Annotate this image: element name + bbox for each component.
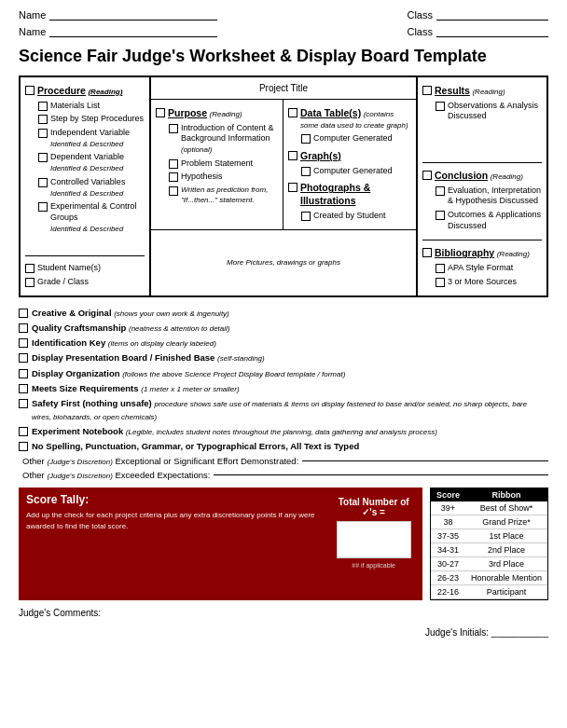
score-tally: Score Tally: Add up the check for each p… — [19, 488, 422, 600]
data-tables-checkbox[interactable] — [288, 108, 297, 117]
other-field-2: Other (Judge's Discretion) Exceeded Expe… — [19, 470, 548, 480]
judge-comments-label: Judge's Comments: — [19, 608, 101, 618]
outcomes-item: Outcomes & Applications Discussed — [422, 210, 542, 231]
bibliography-section: Bibliography (Reading) APA Style Format … — [422, 240, 542, 290]
grade-class-checkbox[interactable] — [25, 278, 35, 287]
safety-first-checkbox[interactable] — [19, 399, 28, 408]
judge-initials-section: Judge's Initials: ___________ — [19, 627, 548, 638]
materials-checkbox[interactable] — [38, 102, 48, 111]
results-section: Results (Reading) Observations & Analysi… — [422, 82, 542, 157]
total-input-box[interactable] — [337, 521, 411, 558]
class-label-2: Class — [407, 26, 433, 37]
dependent-variable-checkbox[interactable] — [38, 153, 48, 162]
score-cell: 22-16 — [431, 585, 465, 599]
evaluation-item: Evaluation, Interpretation & Hypothesis … — [422, 185, 542, 207]
intro-content-checkbox[interactable] — [169, 124, 178, 133]
mid-top-grid: Purpose (Reading) Introduction of Conten… — [151, 100, 416, 230]
controlled-variables-checkbox[interactable] — [38, 178, 48, 187]
creative-checkbox[interactable] — [19, 309, 28, 318]
data-computer-checkbox[interactable] — [301, 134, 311, 144]
project-title-row: Project Title — [151, 77, 416, 100]
photos-checkbox[interactable] — [288, 183, 297, 192]
table-row: 37-351st Place — [431, 529, 547, 543]
score-cell: 26-23 — [431, 571, 465, 585]
outcomes-checkbox[interactable] — [436, 211, 445, 220]
class-underline-1 — [436, 20, 548, 21]
student-names-checkbox[interactable] — [25, 264, 35, 273]
total-box: Total Number of ✓'s = ## if applicable — [332, 493, 415, 572]
header-line-2: Name Class — [19, 26, 548, 37]
creative-item: Creative & Original (shows your own work… — [19, 307, 548, 319]
procedures-section: Procedure (Reading) Materials List Step … — [25, 82, 145, 252]
step-by-step-checkbox[interactable] — [38, 115, 48, 124]
score-tally-description: Add up the check for each project criter… — [26, 510, 332, 530]
safety-first-item: Safety First (nothing unsafe) procedure … — [19, 397, 548, 422]
graphs-computer-checkbox[interactable] — [301, 167, 311, 176]
bibliography-checkbox[interactable] — [422, 248, 432, 257]
size-requirements-checkbox[interactable] — [19, 384, 28, 393]
purpose-checkbox[interactable] — [156, 108, 165, 117]
left-footer: Student Name(s) Grade / Class — [25, 255, 145, 290]
table-row: 39+Best of Show* — [431, 501, 547, 515]
procedure-heading-item: Procedure (Reading) — [25, 85, 145, 98]
display-board-checkbox[interactable] — [19, 353, 28, 363]
table-row: 34-312nd Place — [431, 543, 547, 557]
graphs-heading: Graph(s) — [288, 150, 411, 163]
experiment-notebook-checkbox[interactable] — [19, 427, 28, 436]
problem-statement-checkbox[interactable] — [169, 159, 178, 169]
independent-variable-checkbox[interactable] — [38, 129, 48, 138]
purpose-section: Purpose (Reading) Introduction of Conten… — [151, 100, 284, 229]
controlled-variables-item: Controlled VariablesIdentified & Describ… — [25, 177, 145, 199]
ribbon-cell: 2nd Place — [465, 543, 547, 557]
independent-variable-item: Independent VariableIdentified & Describ… — [25, 128, 145, 149]
judge-initials-label: Judge's Initials: ___________ — [425, 627, 548, 638]
identification-key-checkbox[interactable] — [19, 338, 28, 348]
col-right: Results (Reading) Observations & Analysi… — [416, 77, 546, 295]
score-cell: 37-35 — [431, 529, 465, 543]
photos-student-checkbox[interactable] — [301, 212, 311, 221]
page-title: Science Fair Judge's Worksheet & Display… — [19, 47, 548, 66]
total-label: Total Number of ✓'s = — [336, 497, 411, 517]
board-grid: Procedure (Reading) Materials List Step … — [19, 76, 548, 297]
three-sources-checkbox[interactable] — [436, 278, 445, 287]
craftsmanship-item: Quality Craftsmanship (neatness & attent… — [19, 322, 548, 334]
ribbon-col-header: Ribbon — [465, 488, 547, 501]
graphs-checkbox[interactable] — [288, 151, 297, 160]
observations-checkbox[interactable] — [436, 102, 445, 111]
no-spelling-checkbox[interactable] — [19, 442, 28, 451]
materials-list-item: Materials List — [25, 101, 145, 112]
hypothesis-sub-checkbox[interactable] — [169, 186, 178, 196]
name-label-1: Name — [19, 9, 46, 21]
craftsmanship-checkbox[interactable] — [19, 323, 28, 333]
conclusion-checkbox[interactable] — [422, 171, 432, 180]
data-computer-generated-item: Computer Generated — [288, 133, 411, 144]
display-org-checkbox[interactable] — [19, 369, 28, 378]
photos-heading: Photographs & Illustrations — [288, 182, 411, 207]
ribbon-cell: Grand Prize* — [465, 515, 547, 529]
ribbon-cell: 3rd Place — [465, 557, 547, 571]
score-col-header: Score — [431, 488, 465, 501]
evaluation-checkbox[interactable] — [436, 186, 445, 196]
other-field-1: Other (Judge's Discretion) Exceptional o… — [19, 456, 548, 466]
score-cell: 38 — [431, 515, 465, 529]
no-spelling-item: No Spelling, Punctuation, Grammar, or Ty… — [19, 440, 548, 452]
ribbon-cell: Best of Show* — [465, 501, 547, 515]
score-section: Score Tally: Add up the check for each p… — [19, 488, 548, 600]
table-row: 26-23Honorable Mention — [431, 571, 547, 585]
class-label-1: Class — [407, 9, 433, 21]
results-checkbox[interactable] — [422, 86, 432, 95]
ribbon-cell: Honorable Mention — [465, 571, 547, 585]
score-tally-heading: Score Tally: — [26, 493, 332, 506]
total-note: ## if applicable — [352, 562, 395, 569]
ribbon-cell: Participant — [465, 585, 547, 599]
experimental-groups-checkbox[interactable] — [38, 202, 48, 212]
more-pictures-section: More Pictures, drawings or graphs — [151, 230, 416, 295]
hypothesis-item: Hypothesis — [156, 172, 278, 183]
intro-content-item: Introduction of Content & Background Inf… — [156, 123, 278, 156]
hypothesis-checkbox[interactable] — [169, 172, 178, 182]
procedure-checkbox[interactable] — [25, 86, 35, 95]
class-field-2: Class — [407, 26, 548, 37]
bibliography-heading-item: Bibliography (Reading) — [422, 247, 542, 260]
apa-style-checkbox[interactable] — [436, 264, 445, 273]
other-2-underline — [214, 474, 548, 475]
